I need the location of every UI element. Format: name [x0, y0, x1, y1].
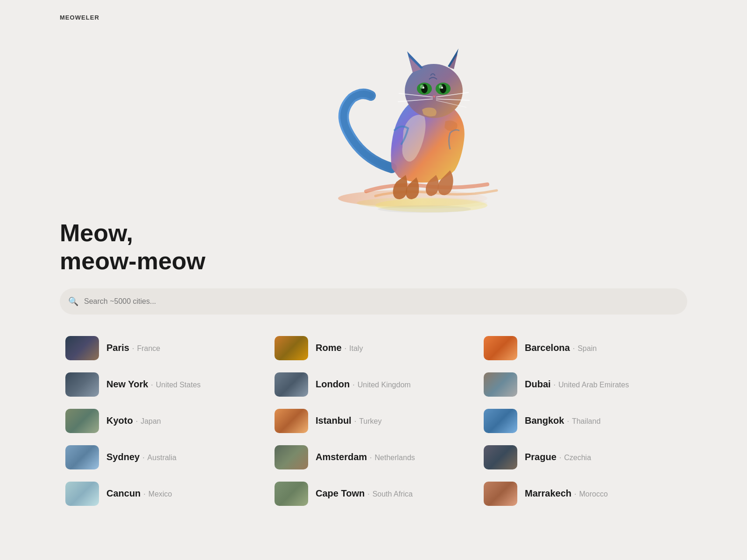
city-dot-newyork: · — [151, 381, 153, 389]
city-item-istanbul[interactable]: Istanbul·Turkey — [269, 404, 478, 438]
city-grid: Paris·FranceRome·ItalyBarcelona·SpainNew… — [60, 331, 687, 511]
city-item-sydney[interactable]: Sydney·Australia — [60, 441, 269, 474]
city-item-amsterdam[interactable]: Amsterdam·Netherlands — [269, 441, 478, 474]
city-name-block-barcelona: Barcelona·Spain — [525, 343, 597, 353]
city-country-marrakech: Morocco — [579, 490, 608, 498]
city-item-capetown[interactable]: Cape Town·South Africa — [269, 477, 478, 511]
city-thumb-bangkok — [484, 409, 517, 433]
city-item-prague[interactable]: Prague·Czechia — [478, 441, 687, 474]
city-item-london[interactable]: London·United Kingdom — [269, 368, 478, 401]
city-country-kyoto: Japan — [141, 417, 161, 426]
svg-point-15 — [441, 87, 443, 89]
city-dot-london: · — [352, 381, 354, 389]
city-name-block-sydney: Sydney·Australia — [106, 452, 176, 462]
city-item-newyork[interactable]: New York·United States — [60, 368, 269, 401]
city-name-istanbul: Istanbul — [316, 415, 352, 426]
city-thumb-newyork — [65, 372, 99, 397]
search-icon: 🔍 — [68, 296, 78, 307]
city-name-prague: Prague — [525, 452, 557, 462]
city-name-sydney: Sydney — [106, 452, 140, 462]
city-dot-kyoto: · — [136, 417, 138, 426]
city-name-block-dubai: Dubai·United Arab Emirates — [525, 379, 629, 390]
search-input[interactable] — [60, 288, 687, 315]
city-item-dubai[interactable]: Dubai·United Arab Emirates — [478, 368, 687, 401]
city-thumb-istanbul — [275, 409, 308, 433]
city-thumb-capetown — [275, 482, 308, 506]
city-dot-barcelona: · — [573, 344, 575, 353]
city-thumb-kyoto — [65, 409, 99, 433]
city-name-block-prague: Prague·Czechia — [525, 452, 591, 462]
search-bar-container: 🔍 — [60, 288, 687, 315]
city-name-block-marrakech: Marrakech·Morocco — [525, 488, 608, 499]
city-item-marrakech[interactable]: Marrakech·Morocco — [478, 477, 687, 511]
city-name-bangkok: Bangkok — [525, 415, 564, 426]
city-name-london: London — [316, 379, 350, 390]
city-name-paris: Paris — [106, 343, 129, 353]
city-dot-cancun: · — [143, 490, 145, 498]
city-name-marrakech: Marrakech — [525, 488, 571, 499]
city-name-capetown: Cape Town — [316, 488, 365, 499]
city-name-block-newyork: New York·United States — [106, 379, 201, 390]
city-name-block-paris: Paris·France — [106, 343, 160, 353]
city-country-istanbul: Turkey — [359, 417, 381, 426]
city-country-capetown: South Africa — [373, 490, 413, 498]
city-name-block-rome: Rome·Italy — [316, 343, 363, 353]
city-country-barcelona: Spain — [578, 344, 597, 353]
city-thumb-rome — [275, 336, 308, 360]
city-name-kyoto: Kyoto — [106, 415, 133, 426]
city-country-paris: France — [137, 344, 160, 353]
city-item-bangkok[interactable]: Bangkok·Thailand — [478, 404, 687, 438]
city-name-block-london: London·United Kingdom — [316, 379, 411, 390]
city-thumb-sydney — [65, 445, 99, 469]
city-item-kyoto[interactable]: Kyoto·Japan — [60, 404, 269, 438]
city-country-prague: Czechia — [564, 454, 591, 462]
city-thumb-london — [275, 372, 308, 397]
app-logo: MEOWELER — [60, 14, 99, 21]
city-thumb-paris — [65, 336, 99, 360]
city-thumb-barcelona — [484, 336, 517, 360]
city-name-amsterdam: Amsterdam — [316, 452, 367, 462]
city-dot-prague: · — [559, 454, 561, 462]
city-dot-paris: · — [132, 344, 134, 353]
city-item-cancun[interactable]: Cancun·Mexico — [60, 477, 269, 511]
svg-marker-7 — [449, 54, 458, 69]
city-country-newyork: United States — [156, 381, 201, 389]
city-name-barcelona: Barcelona — [525, 343, 570, 353]
headline: Meow, meow-meow — [60, 219, 205, 275]
city-name-cancun: Cancun — [106, 488, 141, 499]
city-name-block-istanbul: Istanbul·Turkey — [316, 415, 381, 426]
city-name-block-bangkok: Bangkok·Thailand — [525, 415, 600, 426]
city-name-block-kyoto: Kyoto·Japan — [106, 415, 161, 426]
city-country-sydney: Australia — [148, 454, 176, 462]
city-dot-rome: · — [345, 344, 346, 353]
city-dot-bangkok: · — [567, 417, 569, 426]
city-country-amsterdam: Netherlands — [375, 454, 415, 462]
city-country-rome: Italy — [349, 344, 363, 353]
city-dot-marrakech: · — [574, 490, 576, 498]
city-thumb-cancun — [65, 482, 99, 506]
svg-point-22 — [378, 205, 471, 213]
city-dot-capetown: · — [367, 490, 369, 498]
city-name-dubai: Dubai — [525, 379, 551, 390]
city-item-paris[interactable]: Paris·France — [60, 331, 269, 365]
city-name-block-capetown: Cape Town·South Africa — [316, 488, 413, 499]
city-dot-amsterdam: · — [370, 454, 372, 462]
city-country-bangkok: Thailand — [572, 417, 600, 426]
city-thumb-dubai — [484, 372, 517, 397]
city-dot-dubai: · — [554, 381, 556, 389]
city-name-newyork: New York — [106, 379, 148, 390]
city-thumb-prague — [484, 445, 517, 469]
city-dot-sydney: · — [142, 454, 144, 462]
city-country-dubai: United Arab Emirates — [558, 381, 629, 389]
cat-illustration — [301, 37, 506, 215]
city-name-block-amsterdam: Amsterdam·Netherlands — [316, 452, 415, 462]
city-thumb-marrakech — [484, 482, 517, 506]
city-name-block-cancun: Cancun·Mexico — [106, 488, 172, 499]
city-country-london: United Kingdom — [358, 381, 411, 389]
city-item-rome[interactable]: Rome·Italy — [269, 331, 478, 365]
svg-point-14 — [423, 87, 424, 89]
city-thumb-amsterdam — [275, 445, 308, 469]
city-country-cancun: Mexico — [148, 490, 172, 498]
city-name-rome: Rome — [316, 343, 342, 353]
city-item-barcelona[interactable]: Barcelona·Spain — [478, 331, 687, 365]
